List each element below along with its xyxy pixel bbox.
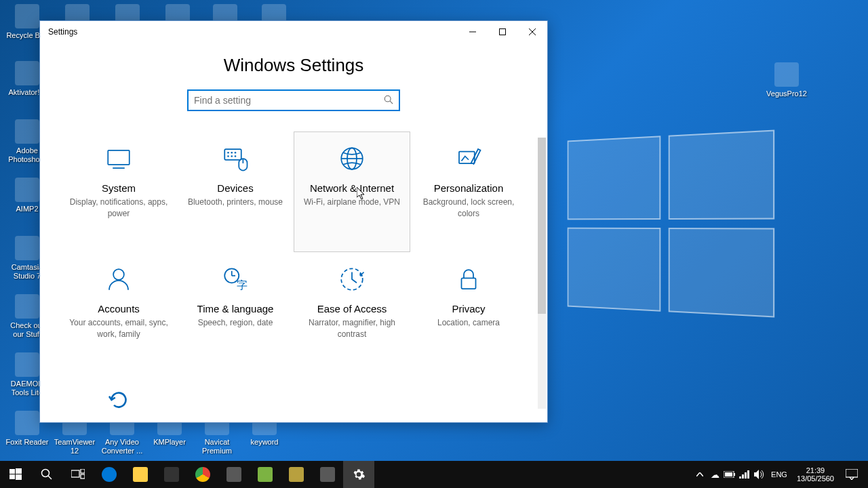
taskbar-app-edge[interactable] — [94, 461, 125, 488]
close-button[interactable] — [517, 22, 547, 42]
svg-rect-30 — [9, 474, 15, 479]
svg-line-5 — [390, 101, 393, 104]
category-title: System — [66, 182, 171, 194]
category-description: Background, lock screen, colors — [416, 197, 521, 220]
minimize-button[interactable] — [458, 22, 488, 42]
category-description: Your accounts, email, sync, work, family — [66, 317, 171, 340]
notification-icon — [846, 469, 858, 480]
search-icon — [384, 95, 393, 106]
category-title: Privacy — [416, 303, 521, 314]
category-devices[interactable]: Devices Bluetooth, printers, mouse — [177, 131, 294, 252]
tray-network-icon[interactable] — [737, 461, 752, 488]
category-title: Network & Internet — [300, 182, 404, 194]
keyboard-icon — [221, 144, 250, 173]
desktop-icon-label: Foxit Reader — [5, 438, 49, 447]
category-network[interactable]: Network & Internet Wi-Fi, airplane mode,… — [294, 131, 410, 252]
start-button[interactable] — [0, 461, 31, 488]
tray-language[interactable]: ENG — [767, 470, 791, 479]
svg-point-32 — [42, 470, 50, 477]
desktop-icon-image — [15, 4, 39, 28]
category-description: Wi-Fi, airplane mode, VPN — [300, 197, 404, 208]
category-description: Bluetooth, printers, mouse — [183, 197, 288, 208]
svg-point-12 — [227, 155, 229, 157]
desktop-icon-image — [15, 119, 39, 144]
taskbar-app-7[interactable] — [312, 461, 343, 488]
svg-point-10 — [231, 152, 233, 154]
category-ease[interactable]: Ease of Access Narrator, magnifier, high… — [294, 252, 410, 373]
search-input[interactable] — [194, 95, 384, 106]
tray-volume-icon[interactable] — [752, 461, 767, 488]
tray-clock[interactable]: 21:39 13/05/2560 — [791, 466, 840, 483]
categories-grid: System Display, notifications, apps, pow… — [60, 131, 527, 422]
svg-rect-34 — [71, 470, 79, 477]
taskbar-app-5[interactable] — [250, 461, 281, 488]
desktop-icon-label: VegusPro12 — [765, 89, 808, 98]
search-button[interactable] — [31, 461, 62, 488]
desktop-icon-image — [15, 352, 39, 377]
category-accounts[interactable]: Accounts Your accounts, email, sync, wor… — [60, 252, 177, 373]
search-icon — [41, 468, 53, 481]
scrollbar-track[interactable] — [538, 138, 546, 409]
category-title: Time & language — [183, 303, 288, 314]
task-view-button[interactable] — [62, 461, 94, 488]
taskbar-app-settings[interactable] — [343, 461, 374, 488]
svg-rect-27 — [462, 278, 476, 289]
desktop-icon-image — [15, 236, 39, 260]
desktop-icon-label: KMPlayer — [148, 438, 191, 447]
category-update[interactable] — [60, 373, 177, 422]
category-title: Devices — [183, 182, 288, 194]
svg-rect-6 — [108, 150, 130, 165]
settings-window: Settings Windows Settings System — [39, 20, 548, 423]
windows-icon — [9, 468, 22, 481]
category-title: Ease of Access — [300, 303, 404, 314]
desktop-icon-image — [15, 178, 39, 202]
close-icon — [529, 28, 536, 35]
task-view-icon — [71, 469, 85, 480]
taskbar-app-explorer[interactable] — [125, 461, 156, 488]
scrollbar-thumb[interactable] — [538, 138, 546, 314]
svg-rect-38 — [734, 473, 735, 476]
desktop-icon-image — [15, 294, 39, 319]
maximize-button[interactable] — [488, 22, 517, 42]
system-tray: ☁ ENG 21:39 13/05/2560 — [692, 461, 868, 488]
desktop-icon[interactable]: VegusPro12 — [765, 62, 808, 98]
svg-point-21 — [113, 269, 124, 280]
taskbar-app-4[interactable] — [218, 461, 250, 488]
category-personalization[interactable]: Personalization Background, lock screen,… — [410, 131, 527, 252]
globe-icon — [338, 144, 366, 173]
desktop-icon-label: Any Video Converter ... — [100, 438, 144, 455]
search-box[interactable] — [187, 89, 400, 111]
search-container — [60, 89, 527, 111]
settings-body: Windows Settings System Display, notific… — [40, 43, 547, 422]
desktop-icon-image — [774, 62, 799, 87]
desktop-icon-label: Navicat Premium — [195, 438, 239, 455]
taskbar-app-store[interactable] — [156, 461, 187, 488]
paint-icon — [454, 144, 483, 173]
action-center-button[interactable] — [840, 461, 864, 488]
category-system[interactable]: System Display, notifications, apps, pow… — [60, 131, 177, 252]
svg-rect-40 — [739, 476, 741, 479]
svg-rect-39 — [725, 472, 732, 476]
category-description: Narrator, magnifier, high contrast — [300, 317, 404, 340]
svg-line-33 — [48, 476, 52, 479]
category-time[interactable]: 字 Time & language Speech, region, date — [177, 252, 294, 373]
ease-icon — [338, 265, 366, 293]
monitor-icon — [104, 144, 133, 173]
category-title: Personalization — [416, 182, 521, 194]
gear-icon — [352, 468, 366, 481]
titlebar[interactable]: Settings — [40, 21, 547, 43]
tray-onedrive-icon[interactable]: ☁ — [707, 461, 722, 488]
windows-logo-wallpaper — [568, 129, 775, 317]
svg-rect-42 — [745, 472, 747, 479]
taskbar-app-chrome[interactable] — [187, 461, 218, 488]
svg-point-14 — [235, 155, 237, 157]
svg-text:字: 字 — [237, 279, 248, 291]
tray-chevron-icon[interactable] — [692, 461, 707, 488]
svg-point-13 — [231, 155, 233, 157]
taskbar-app-6[interactable] — [281, 461, 312, 488]
category-privacy[interactable]: Privacy Location, camera — [410, 252, 527, 373]
tray-date: 13/05/2560 — [797, 474, 834, 483]
tray-battery-icon[interactable] — [722, 461, 737, 488]
category-description: Speech, region, date — [183, 317, 288, 329]
window-controls — [458, 22, 547, 42]
